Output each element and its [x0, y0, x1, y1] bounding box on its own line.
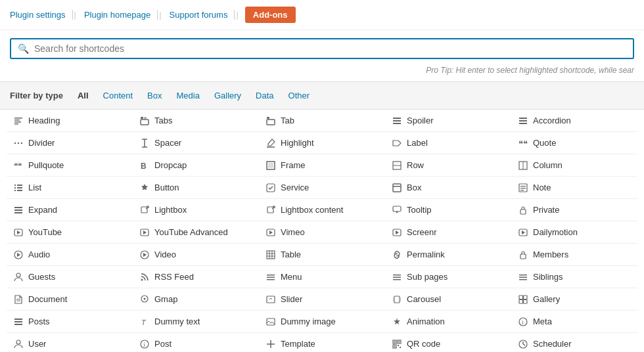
shortcode-item[interactable]: YouTube: [7, 221, 133, 244]
shortcode-item[interactable]: B Dropcap: [133, 154, 259, 177]
shortcode-item[interactable]: Animation: [385, 311, 511, 333]
shortcode-item[interactable]: Divider: [7, 132, 133, 154]
shortcode-name: Screenr: [407, 227, 437, 237]
shortcode-item[interactable]: i Post: [133, 333, 259, 352]
shortcode-name: Tabs: [154, 116, 172, 125]
shortcode-item[interactable]: ❝❝ Quote: [511, 132, 637, 154]
shortcode-name: Sub pages: [407, 272, 448, 282]
shortcode-item[interactable]: Spacer: [133, 132, 259, 154]
search-box: 🔍: [10, 38, 634, 59]
shortcode-item[interactable]: Dailymotion: [511, 221, 637, 244]
svg-rect-5: [144, 117, 147, 119]
shortcode-item[interactable]: Scheduler: [511, 333, 637, 352]
shortcode-item[interactable]: Tabs: [133, 110, 259, 132]
svg-rect-44: [14, 207, 22, 208]
shortcode-item[interactable]: Tab: [259, 110, 385, 132]
svg-rect-2: [14, 121, 21, 123]
search-input[interactable]: [34, 43, 626, 54]
shortcode-item[interactable]: RSS Feed: [133, 266, 259, 288]
shortcode-item[interactable]: Screenr: [385, 221, 511, 244]
shortcode-item[interactable]: Members: [511, 244, 637, 266]
svg-marker-56: [269, 231, 273, 234]
shortcode-item[interactable]: YouTube Advanced: [133, 221, 259, 244]
shortcode-item[interactable]: Label: [385, 132, 511, 154]
shortcode-item[interactable]: Video: [133, 244, 259, 266]
shortcode-item[interactable]: List: [7, 177, 133, 199]
shortcode-icon: ❝❝: [518, 139, 528, 148]
shortcode-item[interactable]: Dummy image: [259, 311, 385, 333]
shortcode-item[interactable]: Audio: [7, 244, 133, 266]
shortcode-item[interactable]: Tooltip: [385, 199, 511, 221]
shortcode-item[interactable]: Posts: [7, 311, 133, 333]
shortcode-item[interactable]: Sub pages: [385, 266, 511, 288]
shortcode-item[interactable]: Vimeo: [259, 221, 385, 244]
shortcode-item[interactable]: Heading: [7, 110, 133, 132]
shortcode-item[interactable]: Private: [511, 199, 637, 221]
shortcode-item[interactable]: Service: [259, 177, 385, 199]
shortcode-item[interactable]: Carousel: [385, 288, 511, 311]
svg-rect-110: [399, 341, 400, 342]
shortcode-name: Gmap: [154, 294, 177, 304]
shortcode-item[interactable]: i Meta: [511, 311, 637, 333]
shortcode-icon: [139, 206, 150, 215]
shortcode-name: Video: [154, 250, 176, 259]
shortcode-item[interactable]: QR code: [385, 333, 511, 352]
filter-all[interactable]: All: [71, 89, 95, 102]
shortcode-name: Lightbox: [154, 205, 187, 215]
filter-data[interactable]: Data: [249, 89, 280, 102]
shortcode-item[interactable]: Row: [385, 154, 511, 177]
shortcode-item[interactable]: Slider: [259, 288, 385, 311]
svg-point-101: [16, 340, 20, 344]
shortcode-item[interactable]: Gmap: [133, 288, 259, 311]
svg-rect-6: [141, 120, 149, 125]
shortcode-item[interactable]: Note: [511, 177, 637, 199]
filter-content[interactable]: Content: [97, 89, 140, 102]
shortcode-item[interactable]: Table: [259, 244, 385, 266]
shortcode-icon: [265, 116, 276, 125]
svg-rect-93: [524, 299, 528, 303]
svg-text:❝❝: ❝❝: [518, 139, 528, 148]
shortcode-item[interactable]: Template: [259, 333, 385, 352]
shortcode-item[interactable]: Gallery: [511, 288, 637, 311]
filter-box[interactable]: Box: [141, 89, 168, 102]
shortcode-item[interactable]: Expand: [7, 199, 133, 221]
shortcode-name: Accordion: [533, 116, 571, 125]
shortcode-item[interactable]: User: [7, 333, 133, 352]
svg-rect-92: [519, 299, 523, 303]
shortcode-item[interactable]: Menu: [259, 266, 385, 288]
shortcode-item[interactable]: T Dummy text: [133, 311, 259, 333]
shortcode-item[interactable]: Permalink: [385, 244, 511, 266]
shortcode-item[interactable]: Frame: [259, 154, 385, 177]
shortcode-item[interactable]: Siblings: [511, 266, 637, 288]
filter-other[interactable]: Other: [282, 89, 317, 102]
shortcode-icon: [13, 228, 24, 237]
shortcode-name: Siblings: [533, 272, 563, 282]
shortcode-item[interactable]: Lightbox: [133, 199, 259, 221]
shortcode-name: YouTube Advanced: [154, 227, 228, 237]
shortcode-item[interactable]: Button: [133, 177, 259, 199]
shortcode-item[interactable]: ❝❝ Pullquote: [7, 154, 133, 177]
addons-button[interactable]: Add-ons: [245, 7, 296, 23]
plugin-settings-link[interactable]: Plugin settings: [10, 10, 73, 20]
shortcode-icon: [518, 206, 528, 215]
shortcode-name: Row: [407, 160, 424, 170]
shortcode-item[interactable]: Guests: [7, 266, 133, 288]
shortcode-item[interactable]: Highlight: [259, 132, 385, 154]
shortcode-item[interactable]: Box: [385, 177, 511, 199]
shortcode-icon: [13, 250, 24, 259]
shortcode-item[interactable]: Column: [511, 154, 637, 177]
shortcode-item[interactable]: Lightbox content: [259, 199, 385, 221]
plugin-homepage-link[interactable]: Plugin homepage: [78, 10, 158, 20]
shortcode-item[interactable]: Spoiler: [385, 110, 511, 132]
shortcode-item[interactable]: Document: [7, 288, 133, 311]
filter-gallery[interactable]: Gallery: [208, 89, 248, 102]
svg-rect-49: [393, 206, 401, 211]
support-forums-link[interactable]: Support forums: [163, 10, 235, 20]
shortcode-name: User: [28, 339, 46, 349]
filter-media[interactable]: Media: [170, 89, 206, 102]
shortcode-icon: [392, 317, 402, 326]
svg-rect-32: [17, 185, 22, 186]
shortcode-icon: [392, 228, 402, 237]
shortcode-item[interactable]: Accordion: [511, 110, 637, 132]
svg-rect-81: [519, 279, 527, 280]
